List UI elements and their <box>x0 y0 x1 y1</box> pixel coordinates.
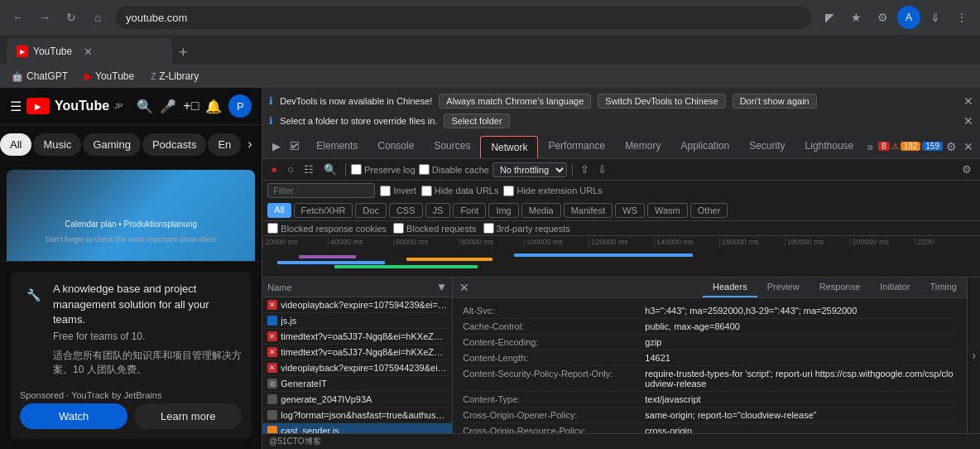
bookmark-youtube[interactable]: ▶ YouTube <box>79 69 139 84</box>
download-button[interactable]: ⇓ <box>924 6 947 29</box>
forward-button[interactable]: → <box>33 6 56 29</box>
preserve-log-input[interactable] <box>351 164 362 175</box>
third-party-input[interactable] <box>483 223 494 234</box>
filter-tag-other[interactable]: Other <box>690 203 728 218</box>
active-tab[interactable]: ▶ YouTube ✕ <box>7 38 172 65</box>
table-row[interactable]: generate_2047IVp93A <box>262 392 452 408</box>
filter-tag-font[interactable]: Font <box>453 203 486 218</box>
notifications-button[interactable]: 🔔 <box>205 99 222 114</box>
scroll-indicator[interactable]: › <box>967 278 980 433</box>
bookmark-chatgpt[interactable]: 🤖 ChatGPT <box>7 69 73 84</box>
tab-memory[interactable]: Memory <box>615 135 670 158</box>
search-button[interactable]: 🔍 <box>137 99 153 114</box>
match-language-button[interactable]: Always match Chrome's language <box>439 94 591 109</box>
hide-data-urls-input[interactable] <box>421 186 432 196</box>
filter-tag-media[interactable]: Media <box>521 203 561 218</box>
table-row[interactable]: ✕ timedtext?v=oa5J37-Ngq8&ei=hKXeZsnT182… <box>262 329 452 345</box>
invert-input[interactable] <box>380 186 391 196</box>
details-tab-response[interactable]: Response <box>809 278 871 297</box>
filter-tag-doc[interactable]: Doc <box>355 203 387 218</box>
table-row[interactable]: ⊙ GenerateIT <box>262 376 452 392</box>
filter-tag-css[interactable]: CSS <box>389 203 423 218</box>
blocked-cookies-checkbox[interactable]: Blocked response cookies <box>267 223 387 234</box>
filter-tag-ws[interactable]: WS <box>615 203 645 218</box>
invert-checkbox[interactable]: Invert <box>380 186 416 196</box>
table-row[interactable]: ✕ videoplayback?expire=107594239&ei=WO..… <box>262 297 452 313</box>
filter-tag-img[interactable]: Img <box>488 203 518 218</box>
hide-ext-urls-checkbox[interactable]: Hide extension URLs <box>503 186 602 196</box>
nav-pill-en[interactable]: En <box>208 133 241 156</box>
tab-sources[interactable]: Sources <box>424 135 480 158</box>
home-button[interactable]: ⌂ <box>86 6 109 29</box>
preserve-log-checkbox[interactable]: Preserve log <box>351 164 416 175</box>
tab-application[interactable]: Application <box>670 135 739 158</box>
throttle-select[interactable]: No throttling <box>492 162 567 177</box>
dont-show-button[interactable]: Don't show again <box>733 94 817 109</box>
filter-input[interactable] <box>267 183 375 198</box>
details-tab-preview[interactable]: Preview <box>757 278 809 297</box>
select-folder-button[interactable]: Select folder <box>444 113 509 128</box>
learn-more-button[interactable]: Learn more <box>134 403 242 429</box>
details-tab-headers[interactable]: Headers <box>703 278 757 297</box>
watch-button[interactable]: Watch <box>20 403 127 429</box>
inspect-button[interactable]: 🗹 <box>286 138 303 155</box>
table-row[interactable]: log?format=json&hasfast=true&authuser=0 <box>262 408 452 423</box>
clear-button[interactable]: ○ <box>284 161 297 178</box>
import-button[interactable]: ⇧ <box>578 161 592 178</box>
disable-cache-checkbox[interactable]: Disable cache <box>419 164 489 175</box>
address-bar[interactable]: youtube.com <box>116 6 811 29</box>
tab-console[interactable]: Console <box>368 135 424 158</box>
table-row[interactable]: ✕ timedtext?v=oa5J37-Ngq8&ei=hKXeZsnT182… <box>262 345 452 360</box>
tab-network[interactable]: Network <box>480 136 538 158</box>
filter-tag-fetch[interactable]: Fetch/XHR <box>294 203 353 218</box>
nav-pill-gaming[interactable]: Gaming <box>83 133 141 156</box>
create-button[interactable]: +□ <box>183 99 199 113</box>
hide-data-urls-checkbox[interactable]: Hide data URLs <box>421 186 499 196</box>
details-tab-initiator[interactable]: Initiator <box>870 278 920 297</box>
back-button[interactable]: ← <box>7 6 30 29</box>
devtools-close-button[interactable]: ✕ <box>960 137 977 157</box>
disable-cache-input[interactable] <box>419 164 430 175</box>
tab-security[interactable]: Security <box>739 135 795 158</box>
nav-pill-all[interactable]: All <box>0 133 31 156</box>
nav-pill-podcasts[interactable]: Podcasts <box>142 133 206 156</box>
video-card[interactable]: Calendar plan • Produktionsplanung Don't… <box>7 170 255 261</box>
notification-close-2[interactable]: ✕ <box>963 114 973 128</box>
extensions-button[interactable]: ⚙ <box>871 6 894 29</box>
nav-arrow-button[interactable]: › <box>243 132 257 157</box>
filter-tag-all[interactable]: All <box>267 203 291 218</box>
mic-button[interactable]: 🎤 <box>160 99 176 114</box>
tabs-more-button[interactable]: » <box>863 135 877 158</box>
notification-close-1[interactable]: ✕ <box>963 94 973 108</box>
bookmark-button[interactable]: ★ <box>844 6 867 29</box>
nav-pill-music[interactable]: Music <box>33 133 81 156</box>
search-network-button[interactable]: 🔍 <box>320 161 340 178</box>
dock-button[interactable]: ▶ <box>269 138 284 155</box>
table-row[interactable]: ✕ videoplayback?expire=1075944239&ei=WO.… <box>262 360 452 376</box>
switch-chinese-button[interactable]: Switch DevTools to Chinese <box>598 94 725 109</box>
blocked-cookies-input[interactable] <box>267 223 278 234</box>
export-button[interactable]: ⇩ <box>595 161 609 178</box>
filter-tag-manifest[interactable]: Manifest <box>564 203 613 218</box>
cast-button[interactable]: ◤ <box>818 6 841 29</box>
hide-ext-urls-input[interactable] <box>503 186 514 196</box>
filter-tag-js[interactable]: JS <box>425 203 451 218</box>
network-settings-button[interactable]: ⚙ <box>958 161 975 178</box>
sort-button[interactable]: ▼ <box>436 281 447 293</box>
tab-close-button[interactable]: ✕ <box>84 46 93 58</box>
table-row[interactable]: js.js <box>262 313 452 329</box>
menu-button[interactable]: ⋮ <box>950 6 973 29</box>
bookmark-zlibrary[interactable]: Z Z-Library <box>146 69 204 84</box>
new-tab-button[interactable]: + <box>172 41 195 65</box>
user-avatar[interactable]: P <box>228 94 252 118</box>
tab-lighthouse[interactable]: Lighthouse <box>795 135 864 158</box>
reload-button[interactable]: ↻ <box>60 6 83 29</box>
details-close-button[interactable]: ✕ <box>453 278 476 297</box>
details-tab-timing[interactable]: Timing <box>920 278 967 297</box>
devtools-settings-button[interactable]: ⚙ <box>943 137 960 157</box>
profile-button[interactable]: A <box>897 6 920 29</box>
blocked-requests-checkbox[interactable]: Blocked requests <box>393 223 476 234</box>
third-party-checkbox[interactable]: 3rd-party requests <box>483 223 570 234</box>
record-button[interactable]: ● <box>267 161 281 178</box>
blocked-requests-input[interactable] <box>393 223 404 234</box>
